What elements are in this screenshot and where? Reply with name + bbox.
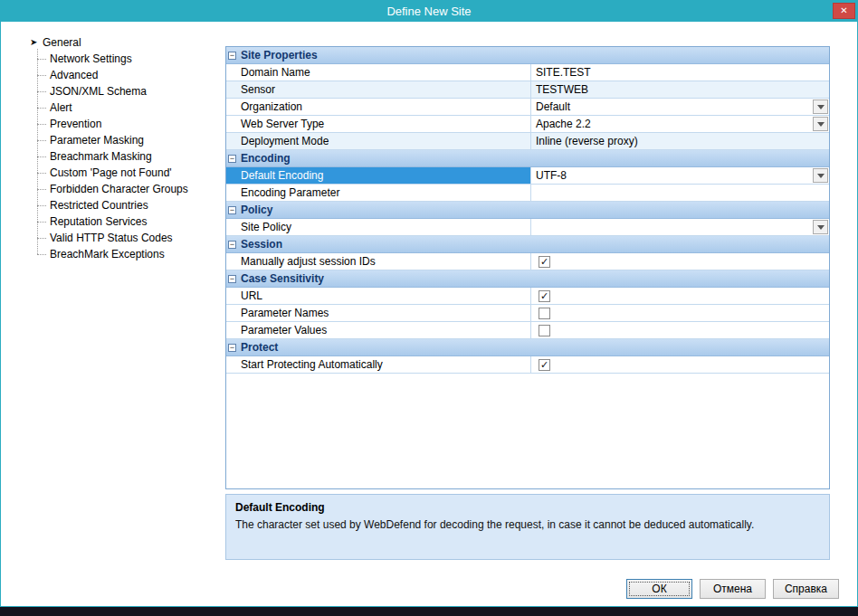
property-label: URL (226, 288, 531, 304)
sidebar-item-breachmark-masking[interactable]: Breachmark Masking (12, 148, 213, 165)
sidebar-item-label: Forbidden Character Groups (50, 183, 188, 195)
sidebar-item-prevention[interactable]: Prevention (12, 116, 213, 132)
sidebar-item-label: BreachMark Exceptions (50, 248, 165, 261)
property-label: Parameter Names (226, 305, 531, 321)
property-row[interactable]: Parameter Values (226, 322, 829, 339)
description-text: The character set used by WebDefend for … (235, 518, 820, 532)
property-value[interactable]: Default (531, 99, 829, 115)
sidebar-item-network-settings[interactable]: Network Settings (12, 51, 213, 67)
checkbox-unchecked[interactable] (539, 308, 550, 319)
description-box: Default Encoding The character set used … (225, 494, 830, 560)
collapse-icon[interactable]: − (228, 241, 236, 249)
property-label: Organization (226, 99, 531, 115)
property-value[interactable]: UTF-8 (531, 167, 829, 184)
property-row[interactable]: Web Server TypeApache 2.2 (226, 116, 829, 133)
property-value[interactable]: Apache 2.2 (531, 116, 829, 132)
description-title: Default Encoding (235, 501, 820, 514)
close-icon[interactable]: ✕ (833, 3, 855, 19)
tree-connector (37, 91, 46, 92)
sidebar-item-forbidden-character-groups[interactable]: Forbidden Character Groups (12, 181, 213, 197)
property-value (531, 305, 829, 321)
collapse-icon[interactable]: − (228, 344, 236, 352)
sidebar-item-label: Alert (50, 101, 72, 114)
value-text: Inline (reverse proxy) (536, 135, 638, 147)
ok-button[interactable]: ОК (626, 579, 692, 599)
dropdown-arrow-icon[interactable] (813, 117, 828, 131)
property-value (531, 322, 829, 338)
collapse-icon[interactable]: − (228, 275, 236, 283)
cancel-button[interactable]: Отмена (700, 579, 766, 599)
property-label: Domain Name (226, 64, 531, 81)
property-value[interactable] (531, 219, 829, 235)
sidebar-item-alert[interactable]: Alert (12, 100, 213, 116)
value-text: TESTWEB (536, 83, 588, 96)
sidebar-item-label: Network Settings (50, 52, 132, 65)
property-value: ✓ (531, 356, 829, 373)
property-row[interactable]: OrganizationDefault (226, 99, 829, 116)
sidebar-item-parameter-masking[interactable]: Parameter Masking (12, 132, 213, 148)
property-row[interactable]: Manually adjust session IDs✓ (226, 253, 829, 270)
property-value: TESTWEB (531, 81, 829, 98)
sidebar-item-reputation-services[interactable]: Reputation Services (12, 213, 213, 230)
property-label: Encoding Parameter (226, 185, 531, 201)
section-title: Policy (241, 204, 272, 216)
section-header[interactable]: −Case Sensitivity (226, 270, 829, 288)
collapse-icon[interactable]: − (228, 155, 236, 163)
property-row[interactable]: Encoding Parameter (226, 185, 829, 202)
sidebar-item-label: Valid HTTP Status Codes (50, 232, 173, 244)
property-label: Web Server Type (226, 116, 531, 132)
sidebar-tree: ➤GeneralNetwork SettingsAdvancedJSON/XML… (12, 34, 213, 262)
property-value: ✓ (531, 288, 829, 304)
value-text: SITE.TEST (536, 66, 591, 79)
sidebar-item-custom-page-not-found[interactable]: Custom 'Page not Found' (12, 165, 213, 181)
property-row[interactable]: Site Policy (226, 219, 829, 236)
checkbox-checked[interactable]: ✓ (539, 256, 550, 268)
sidebar-item-json-xml-schema[interactable]: JSON/XML Schema (12, 83, 213, 100)
section-header[interactable]: −Site Properties (226, 47, 829, 64)
tree-connector (37, 59, 46, 60)
property-row[interactable]: SensorTESTWEB (226, 81, 829, 99)
collapse-icon[interactable]: − (228, 206, 236, 214)
value-text: Default (536, 100, 570, 113)
sidebar-item-valid-http-status-codes[interactable]: Valid HTTP Status Codes (12, 230, 213, 246)
property-label: Deployment Mode (226, 133, 531, 149)
sidebar-item-breachmark-exceptions[interactable]: BreachMark Exceptions (12, 246, 213, 262)
collapse-icon[interactable]: − (228, 52, 236, 60)
property-row[interactable]: Deployment ModeInline (reverse proxy) (226, 133, 829, 150)
section-header[interactable]: −Session (226, 236, 829, 253)
help-button[interactable]: Справка (773, 579, 839, 599)
tree-connector (37, 254, 46, 255)
property-value[interactable] (531, 185, 829, 201)
section-header[interactable]: −Encoding (226, 150, 829, 167)
dropdown-arrow-icon[interactable] (813, 220, 828, 234)
sidebar-item-label: Custom 'Page not Found' (50, 166, 172, 179)
property-row[interactable]: Parameter Names (226, 305, 829, 322)
sidebar-item-label: General (43, 36, 81, 49)
value-text: UTF-8 (536, 169, 567, 182)
checkbox-checked[interactable]: ✓ (539, 290, 550, 302)
property-label: Sensor (226, 81, 531, 98)
property-value[interactable]: SITE.TEST (531, 64, 829, 81)
checkbox-checked[interactable]: ✓ (539, 359, 550, 371)
property-row[interactable]: Default EncodingUTF-8 (226, 167, 829, 185)
sidebar-item-advanced[interactable]: Advanced (12, 67, 213, 83)
section-header[interactable]: −Protect (226, 339, 829, 356)
section-header[interactable]: −Policy (226, 202, 829, 219)
checkbox-unchecked[interactable] (539, 325, 550, 336)
define-new-site-dialog: Define New Site ✕ ➤GeneralNetwork Settin… (0, 0, 858, 607)
window-title: Define New Site (386, 5, 471, 18)
property-label: Site Policy (226, 219, 531, 235)
sidebar-item-restricted-countries[interactable]: Restricted Countries (12, 197, 213, 213)
tree-connector (37, 156, 46, 157)
property-row[interactable]: Domain NameSITE.TEST (226, 64, 829, 81)
sidebar-item-general[interactable]: ➤General (12, 34, 213, 51)
titlebar[interactable]: Define New Site ✕ (1, 1, 857, 22)
property-value: Inline (reverse proxy) (531, 133, 829, 149)
tree-connector (37, 173, 46, 174)
property-label: Default Encoding (226, 167, 531, 184)
dropdown-arrow-icon[interactable] (813, 100, 828, 114)
dropdown-arrow-icon[interactable] (813, 168, 828, 183)
property-row[interactable]: URL✓ (226, 288, 829, 305)
property-label: Parameter Values (226, 322, 531, 338)
property-row[interactable]: Start Protecting Automatically✓ (226, 356, 829, 374)
